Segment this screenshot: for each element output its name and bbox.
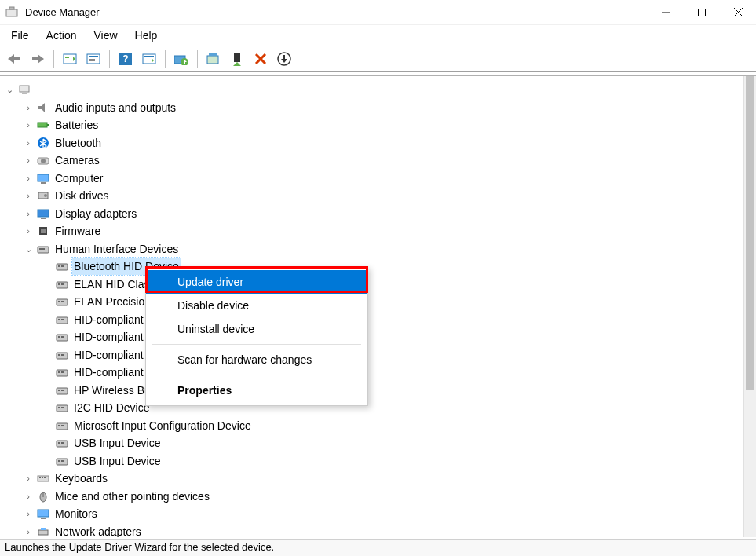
hid-icon: [36, 242, 50, 256]
expand-icon[interactable]: ›: [22, 187, 35, 204]
statusbar: Launches the Update Driver Wizard for th…: [0, 539, 756, 556]
uninstall-button[interactable]: [250, 49, 272, 69]
tree-item[interactable]: › Computer: [3, 170, 743, 188]
expand-icon[interactable]: ›: [22, 488, 35, 505]
bluetooth-icon: [36, 136, 50, 150]
tree-item[interactable]: › Microsoft Input Configuration Device: [3, 417, 743, 435]
expand-icon[interactable]: ›: [22, 116, 35, 134]
tree-item[interactable]: › Monitors: [3, 505, 743, 523]
expand-icon[interactable]: ›: [22, 222, 35, 240]
svg-rect-89: [39, 477, 41, 478]
forward-button[interactable]: [27, 49, 49, 69]
hid-icon: [55, 454, 69, 468]
tree-item[interactable]: › Bluetooth HID Device: [3, 258, 743, 276]
vertical-scrollbar[interactable]: [743, 76, 756, 537]
menu-item-scan[interactable]: Scan for hardware changes: [146, 348, 367, 371]
tree-item[interactable]: › Network adapters: [3, 523, 743, 538]
svg-rect-27: [234, 53, 240, 62]
tree-item[interactable]: › Bluetooth: [3, 134, 743, 152]
tree-root[interactable]: ⌄: [3, 81, 743, 99]
mouse-icon: [36, 489, 50, 503]
disk-icon: [36, 188, 50, 203]
collapse-icon[interactable]: ⌄: [22, 240, 35, 258]
hid-icon: [55, 277, 69, 291]
toolbar-separator: [197, 50, 198, 68]
hid-icon: [55, 313, 69, 327]
scan-button[interactable]: [203, 49, 225, 69]
minimize-button[interactable]: [648, 0, 684, 25]
tree-item[interactable]: › USB Input Device: [3, 434, 743, 452]
menu-item-uninstall-device[interactable]: Uninstall device: [146, 317, 367, 341]
menu-file[interactable]: File: [3, 27, 37, 44]
scan-hardware-button[interactable]: [273, 49, 295, 69]
properties-button[interactable]: [82, 49, 104, 69]
tree-item[interactable]: › Disk drives: [3, 187, 743, 205]
refresh-button[interactable]: [138, 49, 160, 69]
collapse-icon[interactable]: ⌄: [3, 81, 16, 98]
tree-item[interactable]: › HID-compliant consumer control device: [3, 328, 743, 346]
device-tree[interactable]: ⌄ › Audio inputs and outputs › Batteries…: [0, 76, 743, 537]
menu-view[interactable]: View: [86, 27, 125, 44]
svg-rect-65: [58, 336, 60, 338]
computer-icon: [17, 82, 31, 97]
menu-action[interactable]: Action: [38, 27, 85, 44]
hid-icon: [55, 436, 69, 450]
svg-rect-42: [41, 182, 46, 184]
expand-icon[interactable]: ›: [22, 134, 35, 152]
tree-item[interactable]: › Firmware: [3, 222, 743, 240]
tree-item[interactable]: › Mice and other pointing devices: [3, 488, 743, 506]
hid-icon: [55, 348, 69, 362]
menu-item-properties[interactable]: Properties: [146, 379, 367, 402]
tree-item[interactable]: › I2C HID Device: [3, 399, 743, 417]
back-button[interactable]: [3, 49, 25, 69]
tree-item[interactable]: › ELAN HID Class Filter Driver: [3, 276, 743, 294]
scrollbar-thumb[interactable]: [746, 76, 754, 390]
expand-icon[interactable]: ›: [22, 470, 35, 487]
expand-icon[interactable]: ›: [22, 152, 35, 169]
tree-item-label: Disk drives: [53, 187, 110, 204]
menu-help[interactable]: Help: [127, 27, 166, 44]
svg-rect-54: [61, 265, 64, 267]
menu-item-disable-device[interactable]: Disable device: [146, 294, 367, 317]
expand-icon[interactable]: ›: [22, 505, 35, 522]
show-hidden-button[interactable]: [59, 49, 81, 69]
svg-rect-78: [61, 407, 64, 408]
expand-icon[interactable]: ›: [22, 170, 35, 187]
tree-item-hid[interactable]: ⌄ Human Interface Devices: [3, 240, 743, 258]
tree-item[interactable]: › HP Wireless Button Driver: [3, 382, 743, 400]
update-driver-button[interactable]: [170, 49, 192, 69]
tree-item-label: Display adapters: [53, 205, 138, 222]
tree-item[interactable]: › Audio inputs and outputs: [3, 99, 743, 117]
expand-icon[interactable]: ›: [22, 523, 35, 537]
tree-item[interactable]: › Batteries: [3, 116, 743, 134]
menu-item-update-driver[interactable]: Update driver: [146, 270, 367, 294]
svg-rect-36: [38, 123, 47, 127]
help-button[interactable]: ?: [115, 49, 137, 69]
close-button[interactable]: [720, 0, 756, 25]
svg-rect-46: [41, 218, 46, 219]
expand-icon[interactable]: ›: [22, 99, 35, 116]
tree-item-label: Keyboards: [53, 470, 109, 487]
tree-item[interactable]: › HID-compliant consumer control device: [3, 311, 743, 329]
tree-item[interactable]: › ELAN Precision Touchpad Filter Driver: [3, 293, 743, 311]
tree-item-label: Human Interface Devices: [53, 240, 180, 258]
svg-rect-15: [89, 60, 95, 61]
tree-item[interactable]: › HID-compliant consumer control device: [3, 346, 743, 364]
svg-rect-60: [61, 301, 64, 302]
expand-icon[interactable]: ›: [22, 205, 35, 222]
svg-rect-33: [20, 86, 29, 92]
maximize-button[interactable]: [684, 0, 720, 25]
tree-item[interactable]: › Cameras: [3, 152, 743, 170]
tree-item[interactable]: › Display adapters: [3, 205, 743, 223]
svg-rect-97: [41, 528, 46, 530]
disable-button[interactable]: [226, 49, 248, 69]
tree-item[interactable]: › USB Input Device: [3, 452, 743, 470]
svg-rect-3: [699, 9, 706, 16]
hid-icon: [55, 419, 69, 433]
tree-item[interactable]: › HID-compliant consumer control device: [3, 364, 743, 382]
svg-rect-18: [143, 54, 155, 64]
tree-item[interactable]: › Keyboards: [3, 470, 743, 488]
hid-icon: [55, 330, 69, 344]
svg-rect-68: [58, 354, 60, 356]
hid-icon: [55, 294, 69, 309]
